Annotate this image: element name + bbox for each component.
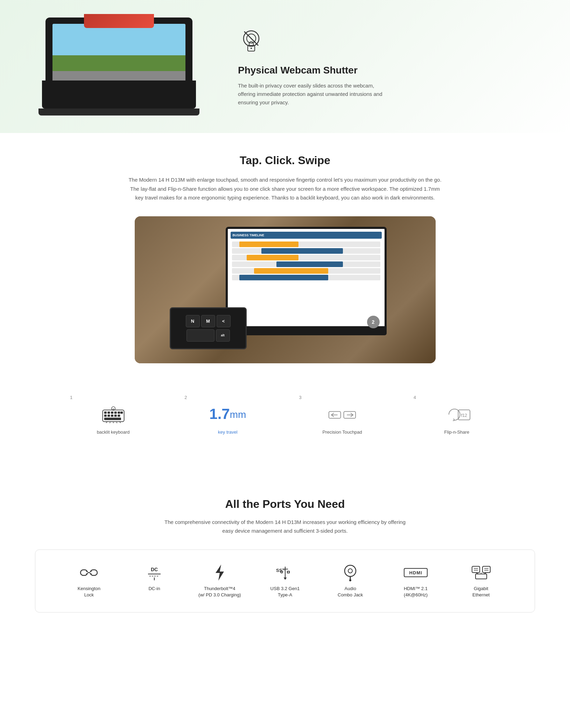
ethernet-label: GigabitEthernet bbox=[472, 586, 490, 598]
gantt-chart bbox=[231, 240, 382, 282]
svg-text:HDMI: HDMI bbox=[409, 570, 422, 575]
gantt-bar bbox=[247, 255, 298, 260]
laptop-placeholder: msi bbox=[35, 14, 203, 119]
port-ethernet: GigabitEthernet bbox=[448, 564, 514, 598]
svg-point-50 bbox=[349, 579, 351, 581]
svg-rect-15 bbox=[114, 414, 117, 416]
dc-in-label: DC-in bbox=[148, 586, 160, 592]
gantt-row-1 bbox=[232, 241, 380, 247]
port-audio: AudioCombo Jack bbox=[318, 564, 383, 598]
svg-rect-53 bbox=[472, 566, 480, 573]
touchpad-icon-area bbox=[328, 404, 356, 425]
port-dc-in: DC DC-in bbox=[122, 564, 187, 592]
svg-rect-55 bbox=[476, 574, 487, 579]
screen-content: BUSINESS TIMELINE bbox=[228, 229, 385, 326]
svg-rect-46 bbox=[287, 571, 289, 573]
svg-rect-17 bbox=[104, 418, 121, 420]
dc-in-icon: DC bbox=[145, 564, 163, 581]
tap-title: Tap. Click. Swipe bbox=[35, 154, 535, 167]
key-travel-value-area: 1.7 mm bbox=[209, 404, 246, 425]
ports-title: All the Ports You Need bbox=[35, 498, 535, 511]
usb-a-icon: SS ⁵ bbox=[275, 564, 296, 581]
gantt-bar bbox=[239, 275, 328, 280]
svg-rect-11 bbox=[120, 411, 123, 413]
open-laptop: BUSINESS TIMELINE bbox=[226, 227, 408, 349]
webcam-shutter-icon bbox=[238, 26, 542, 59]
kensington-icon bbox=[80, 564, 98, 581]
svg-text:A: A bbox=[112, 407, 114, 410]
feature-3-number: 3 bbox=[299, 395, 302, 400]
usb-a-label: USB 3.2 Gen1Type-A bbox=[270, 586, 300, 598]
key-m: M bbox=[201, 315, 215, 327]
open-laptop-base bbox=[226, 328, 387, 335]
key-n: N bbox=[186, 315, 200, 327]
gantt-row-4 bbox=[232, 261, 380, 267]
svg-rect-10 bbox=[118, 411, 120, 413]
svg-rect-7 bbox=[107, 411, 110, 413]
svg-text:SS: SS bbox=[276, 568, 282, 573]
webcam-title: Physical Webcam Shutter bbox=[238, 65, 542, 76]
webcam-laptop-image: msi bbox=[28, 14, 210, 119]
svg-marker-40 bbox=[216, 565, 224, 581]
ports-description: The comprehensive connectivity of the Mo… bbox=[163, 518, 408, 536]
feature-3-label: Precision Touchpad bbox=[323, 429, 362, 435]
gantt-bar bbox=[239, 241, 299, 247]
circle-badge: 2 bbox=[367, 316, 380, 328]
key-alt: alt bbox=[216, 329, 230, 342]
screen-title-text: BUSINESS TIMELINE bbox=[233, 233, 265, 237]
laptop-keyboard-visible bbox=[42, 80, 196, 108]
laptop-base bbox=[38, 108, 199, 115]
flip-share-icon-area: f12 bbox=[443, 404, 471, 425]
kensington-label: KensingtonLock bbox=[78, 586, 100, 598]
ethernet-icon bbox=[471, 564, 492, 581]
thunderbolt-label: Thunderbolt™4(w/ PD 3.0 Charging) bbox=[198, 586, 241, 598]
port-hdmi: HDMI HDMI™ 2.1(4K@60Hz) bbox=[383, 564, 449, 598]
hdmi-icon: HDMI bbox=[403, 564, 428, 581]
gantt-bar bbox=[261, 248, 343, 254]
svg-rect-54 bbox=[483, 566, 490, 573]
svg-rect-8 bbox=[111, 411, 113, 413]
feature-touchpad: 3 Precision Touchpad bbox=[285, 388, 400, 442]
svg-point-4 bbox=[251, 48, 252, 49]
feature-2-sublabel: key travel bbox=[218, 429, 238, 435]
gantt-row-3 bbox=[232, 255, 380, 260]
touchpad-arrows-icon bbox=[328, 408, 356, 422]
feature-1-label: backlit keyboard bbox=[97, 429, 130, 435]
gantt-row-2 bbox=[232, 248, 380, 254]
gantt-bar bbox=[276, 261, 343, 267]
audio-label: AudioCombo Jack bbox=[338, 586, 363, 598]
backlit-keyboard-icon: A bbox=[101, 406, 126, 424]
laptop-big-image: BUSINESS TIMELINE bbox=[135, 216, 436, 363]
laptop-screen-open: BUSINESS TIMELINE bbox=[226, 227, 387, 328]
feature-2-unit: mm bbox=[230, 409, 246, 420]
svg-line-23 bbox=[116, 422, 117, 423]
features-row: 1 bbox=[35, 381, 535, 449]
webcam-description: The built-in privacy cover easily slides… bbox=[238, 82, 385, 107]
key-spacebar bbox=[187, 329, 214, 342]
feature-flip-share: 4 f12 Flip-n-Share bbox=[400, 388, 514, 442]
svg-rect-9 bbox=[114, 411, 117, 413]
svg-line-21 bbox=[110, 422, 110, 423]
key-comma: < bbox=[217, 315, 231, 327]
red-bar-decoration bbox=[84, 14, 154, 28]
feature-1-number: 1 bbox=[70, 395, 72, 400]
port-usb-a: SS ⁵ USB 3.2 Gen1Type-A bbox=[252, 564, 318, 598]
flip-share-icon: f12 bbox=[443, 406, 471, 424]
key-row-top: N M < bbox=[186, 315, 231, 327]
gantt-bar bbox=[254, 268, 328, 274]
hdmi-label: HDMI™ 2.1(4K@60Hz) bbox=[404, 586, 428, 598]
svg-text:f12: f12 bbox=[461, 413, 467, 418]
thunderbolt-icon bbox=[212, 564, 227, 581]
port-thunderbolt: Thunderbolt™4(w/ PD 3.0 Charging) bbox=[187, 564, 252, 598]
webcam-info: Physical Webcam Shutter The built-in pri… bbox=[210, 26, 542, 107]
gantt-row-5 bbox=[232, 268, 380, 274]
gantt-row-6 bbox=[232, 275, 380, 280]
laptop-on-desk: BUSINESS TIMELINE bbox=[135, 216, 436, 363]
keyboard-closeup: N M < alt bbox=[170, 307, 247, 349]
ports-box: KensingtonLock DC DC-in bbox=[35, 550, 535, 612]
svg-point-48 bbox=[348, 569, 352, 573]
feature-backlit-keyboard: 1 bbox=[56, 388, 170, 442]
svg-rect-14 bbox=[111, 414, 113, 416]
webcam-section: msi Physical Webcam Shutter The built-in… bbox=[0, 0, 570, 133]
feature-4-number: 4 bbox=[414, 395, 416, 400]
